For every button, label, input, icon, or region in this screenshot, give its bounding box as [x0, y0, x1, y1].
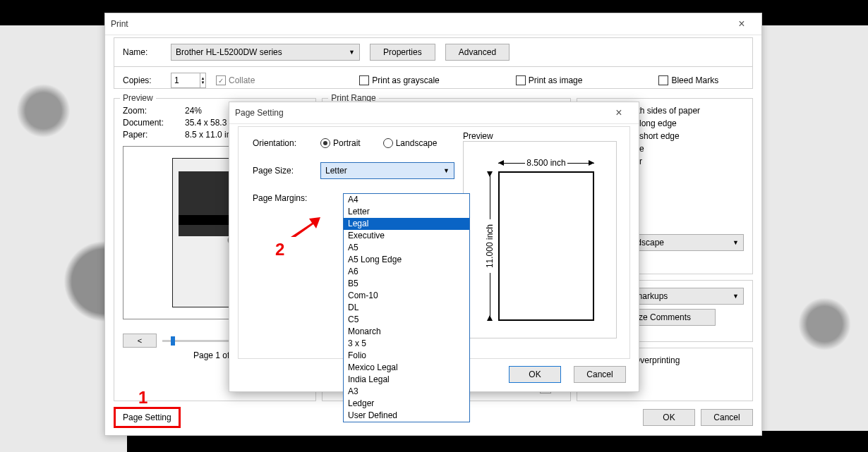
- slider-thumb[interactable]: [171, 336, 175, 346]
- page-size-option[interactable]: A4: [344, 194, 469, 206]
- portrait-radio[interactable]: Portrait: [320, 138, 361, 148]
- copies-stepper[interactable]: ▲▼: [171, 73, 206, 88]
- zoom-label: Zoom:: [123, 106, 172, 116]
- properties-button[interactable]: Properties: [370, 44, 435, 61]
- annotation-arrow-icon: [291, 217, 320, 237]
- page-size-option[interactable]: Monarch: [344, 326, 469, 338]
- page-size-option[interactable]: User Defined: [344, 410, 469, 422]
- checkbox-icon: [658, 75, 668, 85]
- long-edge-text: n long edge: [632, 118, 744, 128]
- radio-off-icon: [383, 138, 393, 148]
- copies-label: Copies:: [123, 75, 161, 85]
- page-size-dropdown-list[interactable]: A4LetterLegalExecutiveA5A5 Long EdgeA6B5…: [343, 193, 470, 422]
- grayscale-checkbox[interactable]: Print as grayscale: [359, 75, 439, 85]
- annotation-1: 1: [138, 388, 147, 408]
- width-dimension-value: 8.500 inch: [526, 158, 565, 168]
- chevron-down-icon: ▼: [349, 49, 355, 56]
- radio-on-icon: [320, 138, 330, 148]
- print-title-bar: Print ×: [105, 13, 761, 35]
- page-setting-button[interactable]: Page Setting: [114, 407, 181, 428]
- checkbox-icon: [516, 75, 526, 85]
- page-setting-cancel-button[interactable]: Cancel: [574, 366, 626, 383]
- copies-input[interactable]: [171, 73, 200, 87]
- as-image-label: Print as image: [529, 75, 583, 85]
- page-margins-label: Page Margins:: [253, 193, 311, 203]
- page-size-option[interactable]: 3 x 5: [344, 338, 469, 350]
- print-ok-button[interactable]: OK: [643, 409, 695, 426]
- annotation-2: 2: [275, 240, 284, 259]
- width-dimension: 8.500 inch: [498, 157, 594, 169]
- arrow-left-icon: [498, 160, 504, 166]
- as-image-checkbox[interactable]: Print as image: [516, 75, 583, 85]
- close-icon[interactable]: ×: [728, 16, 756, 32]
- checkbox-icon: [359, 75, 369, 85]
- chevron-down-icon: ▼: [733, 239, 739, 246]
- name-label: Name:: [123, 47, 161, 57]
- bleed-label: Bleed Marks: [671, 75, 718, 85]
- both-sides-text: both sides of paper: [628, 106, 744, 116]
- chevron-down-icon: ▼: [733, 293, 739, 300]
- page-size-option[interactable]: Folio: [344, 350, 469, 362]
- grayscale-label: Print as grayscale: [372, 75, 439, 85]
- collate-label: Collate: [229, 75, 255, 85]
- page-size-option[interactable]: India Legal: [344, 374, 469, 386]
- chevron-down-icon: ▼: [443, 167, 450, 174]
- portrait-label: Portrait: [333, 138, 361, 148]
- page-setting-ok-button[interactable]: OK: [509, 366, 561, 383]
- ps-preview-legend: Preview: [463, 131, 493, 141]
- printer-select-value: Brother HL-L5200DW series: [176, 47, 282, 57]
- document-label: Document:: [123, 118, 172, 128]
- page-size-option[interactable]: A3: [344, 386, 469, 398]
- landscape-label: Landscape: [396, 138, 438, 148]
- page-size-label: Page Size:: [253, 166, 311, 176]
- page-setting-title-bar: Page Setting ×: [229, 102, 639, 124]
- stepper-down-icon[interactable]: ▼: [201, 80, 205, 85]
- height-dimension-value: 11.000 inch: [485, 224, 495, 268]
- page-setting-title: Page Setting: [235, 105, 284, 121]
- page-size-option[interactable]: A5: [344, 242, 469, 254]
- page-size-option[interactable]: Executive: [344, 230, 469, 242]
- arrow-down-icon: [487, 315, 493, 321]
- copies-row: Copies: ▲▼ ✓ Collate Print as grayscale: [114, 67, 753, 89]
- printer-select[interactable]: Brother HL-L5200DW series ▼: [171, 44, 360, 61]
- page-size-option[interactable]: Com-10: [344, 290, 469, 302]
- print-title: Print: [111, 16, 128, 32]
- page-setting-dialog: Page Setting × Orientation: Portrait Lan…: [229, 102, 639, 392]
- rotate-text: ate: [632, 144, 744, 154]
- page-size-option[interactable]: B5: [344, 278, 469, 290]
- svg-marker-0: [291, 217, 320, 237]
- bleed-checkbox[interactable]: Bleed Marks: [658, 75, 718, 85]
- sheet-outline: [498, 171, 594, 321]
- ps-preview-frame: 8.500 inch 11.000 inch: [463, 141, 617, 338]
- arrow-right-icon: [589, 160, 594, 166]
- short-edge-text: n short edge: [632, 131, 744, 141]
- height-dimension: 11.000 inch: [484, 171, 495, 321]
- page-size-option[interactable]: Letter: [344, 206, 469, 218]
- page-size-option[interactable]: C5: [344, 314, 469, 326]
- printer-row: Name: Brother HL-L5200DW series ▼ Proper…: [114, 37, 753, 67]
- print-cancel-button[interactable]: Cancel: [701, 409, 753, 426]
- close-icon[interactable]: ×: [605, 105, 633, 121]
- paper-label: Paper:: [123, 130, 172, 140]
- page-size-value: Letter: [325, 166, 347, 176]
- center-text: ter: [632, 157, 744, 166]
- zoom-value: 24%: [185, 106, 202, 116]
- page-size-option[interactable]: A6: [344, 266, 469, 278]
- page-size-option[interactable]: Mexico Legal: [344, 362, 469, 374]
- page-size-option[interactable]: Ledger: [344, 398, 469, 410]
- arrow-up-icon: [487, 171, 493, 177]
- landscape-radio[interactable]: Landscape: [383, 138, 438, 148]
- collate-checkbox: ✓ Collate: [216, 75, 255, 85]
- advanced-button[interactable]: Advanced: [445, 44, 510, 61]
- page-size-select[interactable]: Letter ▼: [320, 162, 454, 179]
- page-size-option[interactable]: A5 Long Edge: [344, 254, 469, 266]
- prev-page-button[interactable]: <: [123, 334, 157, 348]
- orientation-label: Orientation:: [253, 138, 311, 148]
- checkbox-checked-icon: ✓: [216, 75, 226, 85]
- page-size-option[interactable]: DL: [344, 302, 469, 314]
- page-size-option[interactable]: Legal: [344, 218, 469, 230]
- preview-legend: Preview: [120, 93, 156, 103]
